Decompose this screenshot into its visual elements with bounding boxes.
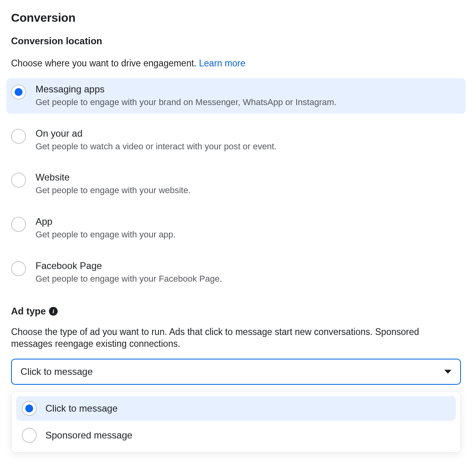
conversion-location-prompt-text: Choose where you want to drive engagemen… xyxy=(11,58,199,68)
radio-on-your-ad[interactable]: On your ad Get people to watch a video o… xyxy=(6,122,466,158)
ad-type-option-click-to-message[interactable]: Click to message xyxy=(16,396,456,421)
ad-type-option-sponsored-message[interactable]: Sponsored message xyxy=(16,423,456,448)
option-desc: Get people to engage with your website. xyxy=(36,184,191,196)
radio-icon xyxy=(22,401,37,416)
conversion-location-prompt: Choose where you want to drive engagemen… xyxy=(11,58,461,70)
option-title: App xyxy=(36,216,176,227)
ad-type-title-row: Ad type i xyxy=(11,306,461,317)
radio-text: Messaging apps Get people to engage with… xyxy=(36,84,337,108)
option-desc: Get people to engage with your Facebook … xyxy=(36,273,222,285)
option-title: Messaging apps xyxy=(36,84,337,95)
option-title: On your ad xyxy=(36,128,276,139)
ad-type-dropdown-panel: Click to message Sponsored message xyxy=(11,391,461,453)
option-desc: Get people to watch a video or interact … xyxy=(36,141,276,152)
radio-text: Website Get people to engage with your w… xyxy=(36,172,191,196)
conversion-location-title: Conversion location xyxy=(11,36,461,47)
learn-more-link[interactable]: Learn more xyxy=(199,58,246,68)
ad-type-section: Ad type i Choose the type of ad you want… xyxy=(11,306,461,453)
option-label: Sponsored message xyxy=(45,430,132,441)
conversion-panel: Conversion Conversion location Choose wh… xyxy=(0,0,472,468)
ad-type-prompt: Choose the type of ad you want to run. A… xyxy=(11,326,461,350)
radio-messaging-apps[interactable]: Messaging apps Get people to engage with… xyxy=(6,78,466,114)
radio-facebook-page[interactable]: Facebook Page Get people to engage with … xyxy=(6,255,466,290)
option-title: Facebook Page xyxy=(36,260,222,271)
option-title: Website xyxy=(36,172,191,183)
ad-type-title: Ad type xyxy=(11,306,46,317)
radio-app[interactable]: App Get people to engage with your app. xyxy=(6,211,466,246)
option-desc: Get people to engage with your app. xyxy=(36,229,176,241)
radio-icon xyxy=(11,217,26,232)
radio-icon xyxy=(11,261,26,276)
radio-icon xyxy=(11,173,26,188)
radio-icon xyxy=(11,129,26,144)
conversion-location-section: Conversion location Choose where you wan… xyxy=(11,36,461,290)
option-desc: Get people to engage with your brand on … xyxy=(36,96,337,108)
radio-text: App Get people to engage with your app. xyxy=(36,216,176,241)
chevron-down-icon xyxy=(444,370,451,374)
ad-type-selected-value: Click to message xyxy=(21,366,93,377)
ad-type-dropdown[interactable]: Click to message xyxy=(11,359,461,385)
conversion-location-options: Messaging apps Get people to engage with… xyxy=(6,78,466,290)
radio-icon xyxy=(11,85,26,100)
radio-text: On your ad Get people to watch a video o… xyxy=(36,128,276,152)
radio-icon xyxy=(22,428,37,443)
radio-text: Facebook Page Get people to engage with … xyxy=(36,260,222,285)
option-label: Click to message xyxy=(45,403,118,414)
info-icon[interactable]: i xyxy=(49,307,58,316)
radio-website[interactable]: Website Get people to engage with your w… xyxy=(6,166,466,202)
section-title: Conversion xyxy=(11,11,461,24)
